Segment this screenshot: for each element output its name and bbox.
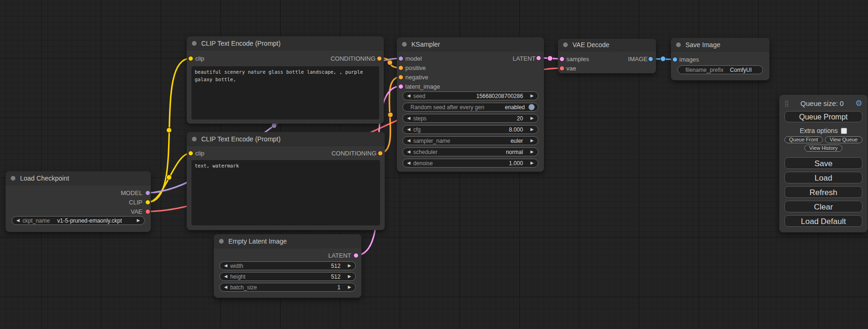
output-slot-image[interactable] [648, 56, 653, 62]
input-slot-clip[interactable] [188, 56, 193, 61]
input-slot-positive[interactable] [398, 65, 403, 70]
decrement-arrow-icon[interactable]: ◀ [224, 274, 227, 279]
decrement-arrow-icon[interactable]: ◀ [16, 218, 20, 223]
output-slot-latent[interactable] [536, 56, 541, 61]
node-titlebar[interactable]: Load Checkpoint [6, 171, 151, 185]
decrement-arrow-icon[interactable]: ◀ [407, 116, 410, 120]
save-button[interactable]: Save [784, 157, 862, 169]
widget-value[interactable]: 512 [331, 263, 340, 269]
decrement-arrow-icon[interactable]: ◀ [407, 150, 410, 154]
node-titlebar[interactable]: Save Image [671, 38, 769, 52]
decrement-arrow-icon[interactable]: ◀ [407, 94, 410, 98]
input-slot-latent-image[interactable] [398, 84, 403, 89]
node-titlebar[interactable]: CLIP Text Encode (Prompt) [187, 132, 385, 146]
load-button[interactable]: Load [784, 172, 862, 183]
steps-widget[interactable]: ◀ steps 20 ▶ [402, 114, 538, 123]
seed-widget[interactable]: ◀ seed 156680208700286 ▶ [402, 91, 538, 100]
random-seed-widget[interactable]: Random seed after every gen enabled [402, 103, 538, 112]
decrement-arrow-icon[interactable]: ◀ [407, 161, 410, 165]
collapse-dot-icon[interactable] [11, 176, 15, 181]
decrement-arrow-icon[interactable]: ◀ [224, 285, 227, 289]
queue-panel[interactable]: ⣿ Queue size: 0 ⚙ Queue Prompt Extra opt… [779, 95, 868, 232]
node-titlebar[interactable]: KSampler [397, 37, 544, 51]
link-midpoint-dot[interactable] [272, 123, 277, 128]
drag-handle-icon[interactable]: ⣿ [784, 100, 789, 106]
collapse-dot-icon[interactable] [192, 137, 197, 141]
comfyui-canvas[interactable]: { "colors": { "model": "#b39ddb", "clip"… [0, 0, 868, 329]
load-default-button[interactable]: Load Default [784, 215, 862, 227]
widget-value[interactable]: 20 [517, 115, 523, 122]
node-vae-decode[interactable]: VAE Decode samples IMAGE vae [558, 39, 656, 73]
increment-arrow-icon[interactable]: ▶ [348, 274, 351, 279]
node-titlebar[interactable]: CLIP Text Encode (Prompt) [187, 36, 384, 50]
widget-value[interactable]: 1 [337, 284, 340, 291]
view-queue-button[interactable]: View Queue [825, 136, 862, 143]
widget-value[interactable]: 1.000 [509, 160, 523, 167]
collapse-dot-icon[interactable] [676, 42, 681, 47]
widget-value[interactable]: euler [510, 138, 523, 144]
decrement-arrow-icon[interactable]: ◀ [407, 139, 410, 143]
view-history-button[interactable]: View History [804, 145, 842, 152]
toggle-dot[interactable] [529, 104, 535, 110]
link-midpoint-dot[interactable] [548, 56, 553, 61]
widget-value[interactable]: enabled [505, 104, 525, 111]
refresh-button[interactable]: Refresh [784, 186, 862, 198]
prompt-textarea[interactable]: text, watermark [191, 160, 380, 225]
settings-gear-icon[interactable]: ⚙ [855, 99, 862, 107]
input-slot-samples[interactable] [559, 56, 565, 62]
batch-size-widget[interactable]: ◀ batch_size 1 ▶ [219, 283, 356, 292]
link-midpoint-dot[interactable] [388, 112, 393, 118]
extra-options-checkbox[interactable] [841, 128, 847, 134]
output-slot-vae[interactable] [145, 209, 150, 214]
link-midpoint-dot[interactable] [388, 60, 393, 65]
prompt-textarea[interactable]: beautiful scenery nature glass bottle la… [191, 66, 379, 119]
link-midpoint-dot[interactable] [661, 56, 666, 62]
output-slot-latent[interactable] [353, 253, 359, 258]
node-ksampler[interactable]: KSampler model LATENT positive negative … [397, 37, 544, 172]
decrement-arrow-icon[interactable]: ◀ [224, 264, 227, 268]
input-slot-clip[interactable] [188, 151, 193, 156]
denoise-widget[interactable]: ◀ denoise 1.000 ▶ [402, 159, 538, 168]
node-load-checkpoint[interactable]: Load Checkpoint MODEL CLIP VAE ◀ ckpt_na… [6, 171, 151, 232]
increment-arrow-icon[interactable]: ▶ [530, 150, 534, 154]
collapse-dot-icon[interactable] [192, 41, 197, 46]
output-slot-conditioning[interactable] [378, 151, 383, 156]
increment-arrow-icon[interactable]: ▶ [530, 127, 534, 132]
node-clip-text-encode-positive[interactable]: CLIP Text Encode (Prompt) clip CONDITION… [187, 36, 384, 124]
ckpt-name-widget[interactable]: ◀ ckpt_name v1-5-pruned-emaonly.ckpt ▶ [12, 216, 145, 225]
node-clip-text-encode-negative[interactable]: CLIP Text Encode (Prompt) clip CONDITION… [187, 132, 385, 230]
node-titlebar[interactable]: VAE Decode [558, 39, 656, 51]
output-slot-clip[interactable] [145, 200, 150, 205]
node-titlebar[interactable]: Empty Latent Image [214, 234, 361, 248]
widget-value[interactable]: v1-5-pruned-emaonly.ckpt [57, 217, 122, 224]
height-widget[interactable]: ◀ height 512 ▶ [219, 272, 356, 281]
widget-value[interactable]: ComfyUI [730, 67, 752, 73]
increment-arrow-icon[interactable]: ▶ [348, 285, 351, 289]
filename-prefix-widget[interactable]: filename_prefix ComfyUI [677, 65, 763, 74]
sampler-name-widget[interactable]: ◀ sampler_name euler ▶ [402, 136, 538, 145]
decrement-arrow-icon[interactable]: ◀ [407, 127, 410, 132]
increment-arrow-icon[interactable]: ▶ [530, 94, 534, 98]
collapse-dot-icon[interactable] [219, 239, 224, 244]
link-midpoint-dot[interactable] [167, 128, 172, 133]
increment-arrow-icon[interactable]: ▶ [530, 116, 534, 120]
collapse-dot-icon[interactable] [402, 42, 407, 47]
input-slot-images[interactable] [672, 57, 677, 62]
node-save-image[interactable]: Save Image images filename_prefix ComfyU… [671, 38, 769, 80]
queue-prompt-button[interactable]: Queue Prompt [784, 111, 862, 122]
scheduler-widget[interactable]: ◀ scheduler normal ▶ [402, 147, 538, 156]
increment-arrow-icon[interactable]: ▶ [530, 139, 534, 143]
widget-value[interactable]: 156680208700286 [476, 93, 523, 99]
output-slot-model[interactable] [145, 190, 150, 196]
link-midpoint-dot[interactable] [167, 175, 172, 180]
increment-arrow-icon[interactable]: ▶ [348, 264, 351, 268]
queue-front-button[interactable]: Queue Front [784, 136, 823, 143]
input-slot-vae[interactable] [559, 66, 565, 71]
widget-value[interactable]: 512 [331, 273, 340, 280]
increment-arrow-icon[interactable]: ▶ [530, 161, 534, 165]
input-slot-model[interactable] [398, 56, 403, 61]
widget-value[interactable]: 8.000 [509, 126, 523, 133]
width-widget[interactable]: ◀ width 512 ▶ [219, 261, 356, 270]
output-slot-conditioning[interactable] [377, 56, 382, 61]
input-slot-negative[interactable] [398, 75, 403, 80]
